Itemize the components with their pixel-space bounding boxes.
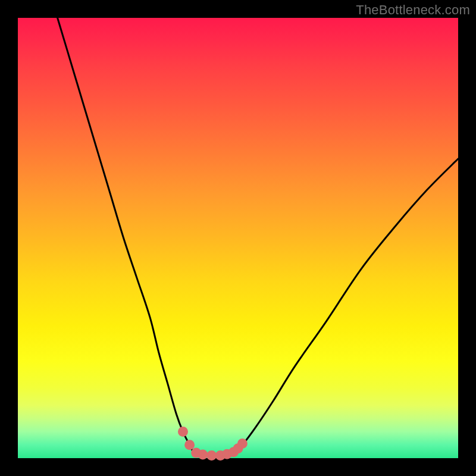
- left-branch-path: [58, 18, 194, 454]
- watermark-text: TheBottleneck.com: [356, 2, 470, 18]
- right-branch-path: [234, 159, 458, 454]
- plot-area: [18, 18, 458, 458]
- chart-frame: TheBottleneck.com: [0, 0, 476, 476]
- highlight-dots: [178, 427, 248, 461]
- highlight-dot: [178, 427, 188, 437]
- highlight-dot: [237, 439, 248, 449]
- highlight-dot: [206, 450, 217, 461]
- curves-svg: [18, 18, 458, 458]
- highlight-dot: [198, 450, 208, 460]
- highlight-dot: [184, 440, 195, 450]
